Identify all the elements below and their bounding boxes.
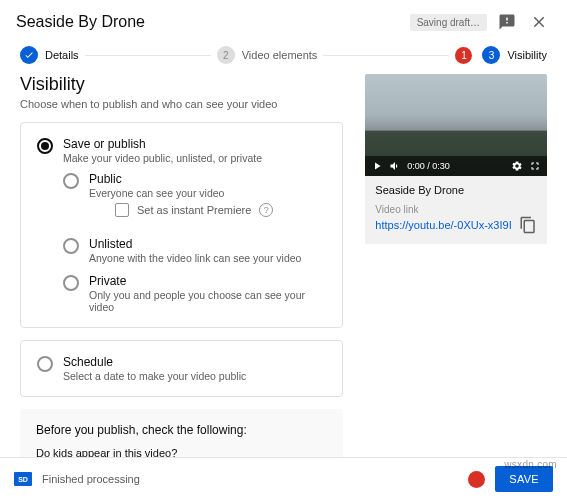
video-thumbnail[interactable]: 0:00 / 0:30 xyxy=(365,74,547,176)
premiere-checkbox[interactable] xyxy=(115,203,129,217)
public-title: Public xyxy=(89,172,273,186)
step-label: Video elements xyxy=(242,49,318,61)
footer: SD Finished processing SAVE xyxy=(0,457,567,500)
fullscreen-icon[interactable] xyxy=(529,160,541,172)
premiere-label: Set as instant Premiere xyxy=(137,204,251,216)
annotation-2 xyxy=(468,471,485,488)
step-elements[interactable]: 2 Video elements xyxy=(217,46,318,64)
save-publish-desc: Make your video public, unlisted, or pri… xyxy=(63,152,262,164)
save-publish-title: Save or publish xyxy=(63,137,262,151)
radio-private[interactable] xyxy=(63,275,79,291)
checks-heading: Before you publish, check the following: xyxy=(36,423,327,437)
step-number-icon: 2 xyxy=(217,46,235,64)
processing-status: Finished processing xyxy=(42,473,458,485)
step-label: Visibility xyxy=(507,49,547,61)
unlisted-desc: Anyone with the video link can see your … xyxy=(89,252,301,264)
video-link[interactable]: https://youtu.be/-0XUx-x3I9I xyxy=(375,219,513,231)
video-preview-card: 0:00 / 0:30 Seaside By Drone Video link … xyxy=(365,74,547,244)
saving-draft-badge: Saving draft… xyxy=(410,14,487,31)
step-visibility[interactable]: 3 Visibility xyxy=(482,46,547,64)
video-title: Seaside By Drone xyxy=(365,176,547,198)
video-time: 0:00 / 0:30 xyxy=(407,161,450,171)
step-number-icon: 3 xyxy=(482,46,500,64)
connector xyxy=(85,55,211,56)
save-button[interactable]: SAVE xyxy=(495,466,553,492)
video-link-label: Video link xyxy=(365,198,547,215)
help-icon[interactable]: ? xyxy=(259,203,273,217)
private-desc: Only you and people you choose can see y… xyxy=(89,289,326,313)
feedback-icon[interactable] xyxy=(495,10,519,34)
schedule-card: Schedule Select a date to make your vide… xyxy=(20,340,343,397)
settings-icon[interactable] xyxy=(511,160,523,172)
player-controls: 0:00 / 0:30 xyxy=(365,156,547,176)
stepper: Details 2 Video elements 1 3 Visibility xyxy=(0,42,567,74)
section-sub: Choose when to publish and who can see y… xyxy=(20,98,343,110)
step-label: Details xyxy=(45,49,79,61)
unlisted-title: Unlisted xyxy=(89,237,301,251)
radio-save-publish[interactable] xyxy=(37,138,53,154)
radio-schedule[interactable] xyxy=(37,356,53,372)
save-publish-card: Save or publish Make your video public, … xyxy=(20,122,343,328)
private-title: Private xyxy=(89,274,326,288)
play-icon[interactable] xyxy=(371,160,383,172)
check-icon xyxy=(20,46,38,64)
public-desc: Everyone can see your video xyxy=(89,187,273,199)
radio-unlisted[interactable] xyxy=(63,238,79,254)
schedule-title: Schedule xyxy=(63,355,246,369)
annotation-1: 1 xyxy=(455,47,472,64)
volume-icon[interactable] xyxy=(389,160,401,172)
sd-badge: SD xyxy=(14,472,32,486)
step-details[interactable]: Details xyxy=(20,46,79,64)
schedule-desc: Select a date to make your video public xyxy=(63,370,246,382)
copy-icon[interactable] xyxy=(519,216,537,234)
close-icon[interactable] xyxy=(527,10,551,34)
dialog-title: Seaside By Drone xyxy=(16,13,402,31)
connector xyxy=(323,55,449,56)
section-heading: Visibility xyxy=(20,74,343,95)
radio-public[interactable] xyxy=(63,173,79,189)
